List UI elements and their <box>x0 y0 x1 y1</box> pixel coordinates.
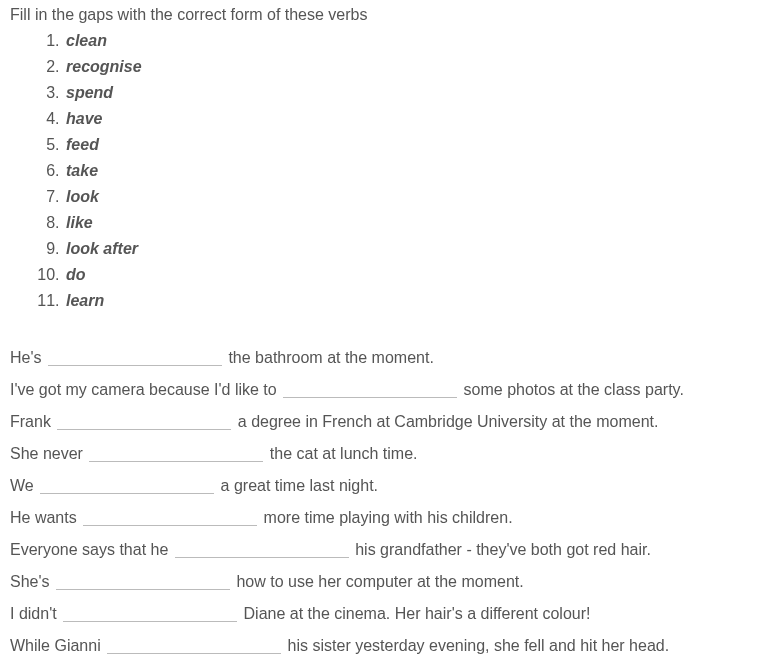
sentence-row: He's the bathroom at the moment. <box>10 342 753 374</box>
sentence-post: his sister yesterday evening, she fell a… <box>283 637 669 654</box>
sentence-post: the cat at lunch time. <box>265 445 417 462</box>
sentence-row: She never the cat at lunch time. <box>10 438 753 470</box>
sentence-row: She's how to use her computer at the mom… <box>10 566 753 598</box>
gap-input[interactable] <box>57 411 231 430</box>
verb-item: like <box>64 210 753 236</box>
verb-item: feed <box>64 132 753 158</box>
verb-item: look after <box>64 236 753 262</box>
sentence-pre: He's <box>10 349 46 366</box>
sentence-pre: She's <box>10 573 54 590</box>
gap-input[interactable] <box>107 635 281 654</box>
sentence-post: more time playing with his children. <box>259 509 512 526</box>
sentence-row: We a great time last night. <box>10 470 753 502</box>
gap-input[interactable] <box>56 571 230 590</box>
sentence-pre: While Gianni <box>10 637 105 654</box>
instructions-text: Fill in the gaps with the correct form o… <box>10 6 753 24</box>
verb-item: have <box>64 106 753 132</box>
sentence-row: While Gianni his sister yesterday evenin… <box>10 630 753 655</box>
gap-input[interactable] <box>48 347 222 366</box>
verb-item: look <box>64 184 753 210</box>
sentence-post: how to use her computer at the moment. <box>232 573 524 590</box>
verb-item: recognise <box>64 54 753 80</box>
sentence-post: his grandfather - they've both got red h… <box>351 541 651 558</box>
sentence-row: Frank a degree in French at Cambridge Un… <box>10 406 753 438</box>
verb-item: clean <box>64 28 753 54</box>
sentence-row: He wants more time playing with his chil… <box>10 502 753 534</box>
sentence-pre: He wants <box>10 509 81 526</box>
sentence-pre: Frank <box>10 413 55 430</box>
sentence-pre: Everyone says that he <box>10 541 173 558</box>
verb-item: learn <box>64 288 753 314</box>
sentence-post: the bathroom at the moment. <box>224 349 434 366</box>
sentence-row: I've got my camera because I'd like to s… <box>10 374 753 406</box>
verb-item: take <box>64 158 753 184</box>
sentence-pre: I've got my camera because I'd like to <box>10 381 281 398</box>
sentences-block: He's the bathroom at the moment. I've go… <box>10 342 753 655</box>
gap-input[interactable] <box>283 379 457 398</box>
gap-input[interactable] <box>63 603 237 622</box>
sentence-pre: We <box>10 477 38 494</box>
sentence-post: some photos at the class party. <box>459 381 684 398</box>
gap-input[interactable] <box>89 443 263 462</box>
sentence-pre: She never <box>10 445 87 462</box>
gap-input[interactable] <box>175 539 349 558</box>
sentence-pre: I didn't <box>10 605 61 622</box>
verb-item: do <box>64 262 753 288</box>
verb-list: clean recognise spend have feed take loo… <box>24 28 753 314</box>
gap-input[interactable] <box>83 507 257 526</box>
verb-item: spend <box>64 80 753 106</box>
gap-input[interactable] <box>40 475 214 494</box>
sentence-post: Diane at the cinema. Her hair's a differ… <box>239 605 590 622</box>
sentence-post: a great time last night. <box>216 477 378 494</box>
sentence-row: Everyone says that he his grandfather - … <box>10 534 753 566</box>
sentence-post: a degree in French at Cambridge Universi… <box>233 413 658 430</box>
sentence-row: I didn't Diane at the cinema. Her hair's… <box>10 598 753 630</box>
